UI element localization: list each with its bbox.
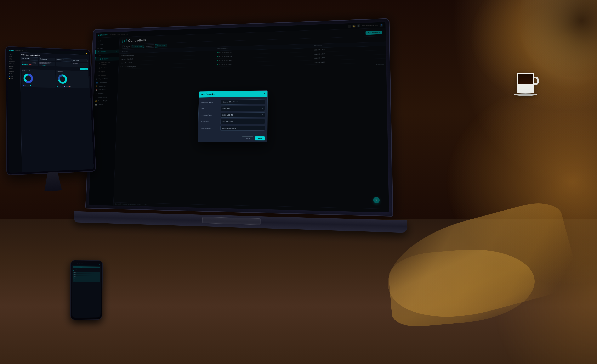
badge-unlock-2: Unlock bbox=[42, 64, 45, 65]
form-row-ip: IP Address bbox=[201, 119, 265, 124]
phone-topbar: borealis New_Demo_UK ☰ bbox=[72, 262, 101, 266]
cup-handle bbox=[534, 77, 539, 85]
tablet-credentials-chart: Credentials in System Used credentials A… bbox=[22, 69, 56, 88]
hub-input-wrapper: ✕ bbox=[220, 106, 265, 111]
modal-close-button[interactable]: × bbox=[263, 92, 265, 95]
tablet-add-controller-btn[interactable]: + Add Controller bbox=[80, 68, 88, 70]
phone-breadcrumb: New_Demo_UK bbox=[77, 264, 98, 265]
field-label-mac: MAC Address bbox=[201, 127, 219, 129]
modal-footer: Cancel Save bbox=[198, 135, 267, 142]
credentials-legend: Used credentials Available credentials bbox=[23, 85, 55, 87]
modal-overlay[interactable]: Add Controller × Controller Name Hub bbox=[89, 22, 389, 213]
phone-active-item[interactable]: Communication Channels bbox=[73, 266, 100, 268]
form-row-mac: MAC Address bbox=[201, 126, 265, 130]
tablet-card-car-park[interactable]: Car Park Exit bbox=[21, 57, 38, 61]
phone-menu-icon[interactable]: ☰ bbox=[99, 264, 100, 265]
phone-body: borealis New_Demo_UK ☰ Communication Cha… bbox=[71, 260, 103, 320]
tablet-ui: borealis System: New_Demo_UK ☾ 🔔 ⌂ Home … bbox=[8, 48, 94, 173]
phone-content: Communication Channels Reception Hubs Hu… bbox=[72, 265, 101, 317]
modal-title: Add Controller bbox=[201, 93, 215, 96]
tablet: borealis System: New_Demo_UK ☾ 🔔 ⌂ Home … bbox=[5, 46, 96, 175]
phone-list-item[interactable]: Hub 3 bbox=[73, 276, 100, 278]
card-statuses-donut-chart bbox=[57, 73, 68, 85]
tablet-body: borealis System: New_Demo_UK ☾ 🔔 ⌂ Home … bbox=[5, 46, 96, 175]
phone-ui: borealis New_Demo_UK ☰ Communication Cha… bbox=[72, 262, 101, 318]
controller-card-4[interactable]: Site: West Main bbox=[72, 63, 88, 67]
phone-screen: borealis New_Demo_UK ☰ Communication Cha… bbox=[72, 262, 101, 318]
cancel-button[interactable]: Cancel bbox=[242, 136, 253, 140]
badge-edit: Edit bbox=[22, 64, 25, 65]
field-label-hub: Hub bbox=[201, 108, 219, 110]
tablet-body-content: ⌂ Home ◈ Sites ⬡ Hubs ⚙ Hardware ⊟ Chann… bbox=[8, 52, 94, 173]
phone-list-item[interactable]: Hub 4 bbox=[73, 278, 100, 280]
laptop: BOREALIS ⊞ System: New_Demo_UK ☾ 🔔 🛒 bor… bbox=[84, 18, 410, 258]
tablet-card-main-office[interactable]: Main Office bbox=[72, 59, 88, 62]
tablet-main: Welcome to Borealis! Car Park Exit Manuf… bbox=[20, 53, 94, 172]
controller-type-input[interactable] bbox=[220, 112, 265, 117]
laptop-screen: BOREALIS ⊞ System: New_Demo_UK ☾ 🔔 🛒 bor… bbox=[89, 22, 389, 213]
add-controller-modal: Add Controller × Controller Name Hub bbox=[198, 90, 268, 142]
coffee-cup bbox=[517, 73, 537, 96]
ip-address-input[interactable] bbox=[220, 119, 265, 124]
tablet-sidebar: ⌂ Home ◈ Sites ⬡ Hubs ⚙ Hardware ⊟ Chann… bbox=[8, 52, 22, 173]
tablet-screen: borealis System: New_Demo_UK ☾ 🔔 ⌂ Home … bbox=[8, 48, 94, 173]
controller-name-input[interactable] bbox=[221, 99, 265, 104]
tablet-charts: Credentials in System Used credentials A… bbox=[22, 69, 89, 88]
badge-edit-2: Edit bbox=[39, 64, 42, 65]
phone-list-item[interactable]: Hub 5 bbox=[73, 280, 100, 282]
credentials-donut-chart bbox=[22, 73, 34, 84]
form-row-hub: Hub ✕ bbox=[201, 106, 265, 111]
form-row-type: Controller Type ✕ bbox=[201, 112, 265, 118]
cup-saucer bbox=[514, 93, 537, 96]
field-label-ip: IP Address bbox=[201, 121, 219, 123]
tablet-card-reception[interactable]: Front Reception bbox=[55, 58, 71, 62]
controller-card-3[interactable]: Site: West Main bbox=[55, 62, 72, 67]
hub-clear-icon[interactable]: ✕ bbox=[262, 107, 264, 109]
controller-card-2[interactable]: Site: West Main Street NFC Hub: West Mai… bbox=[39, 61, 55, 66]
phone: borealis New_Demo_UK ☰ Communication Cha… bbox=[71, 260, 103, 320]
phone-logo: borealis bbox=[73, 263, 77, 264]
badge-unlock: Unlock bbox=[25, 64, 28, 65]
modal-header: Add Controller × bbox=[199, 90, 268, 97]
tablet-bell-icon: 🔔 bbox=[86, 53, 87, 54]
field-label-name: Controller Name bbox=[201, 101, 219, 103]
phone-list-item[interactable]: Hub 1 bbox=[73, 272, 100, 274]
tablet-nav-credentials[interactable]: 🔑 Creds bbox=[8, 77, 20, 80]
hub-input[interactable] bbox=[220, 106, 265, 111]
type-clear-icon[interactable]: ✕ bbox=[262, 114, 263, 116]
tablet-card-statuses-chart: Card Statuses Active Inactive bbox=[56, 70, 89, 88]
laptop-bezel: BOREALIS ⊞ System: New_Demo_UK ☾ 🔔 🛒 bor… bbox=[85, 18, 393, 216]
form-row-name: Controller Name bbox=[201, 99, 265, 105]
type-input-wrapper: ✕ bbox=[220, 112, 265, 117]
laptop-trackpad[interactable] bbox=[202, 217, 260, 225]
tablet-logo: borealis bbox=[9, 50, 14, 51]
save-button[interactable]: Save bbox=[255, 136, 265, 140]
phone-section-reception: Reception bbox=[73, 269, 100, 270]
badge-lock: Lock bbox=[29, 64, 31, 65]
field-label-type: Controller Type bbox=[201, 114, 219, 116]
modal-body: Controller Name Hub ✕ bbox=[198, 97, 267, 135]
cup-body bbox=[517, 73, 534, 93]
card-statuses-legend: Active Inactive Replacement Lost bbox=[57, 86, 88, 87]
app-ui: BOREALIS ⊞ System: New_Demo_UK ☾ 🔔 🛒 bor… bbox=[89, 22, 389, 213]
cup-liquid bbox=[518, 74, 533, 84]
phone-items-list: Hub 1Hub 2Hub 3Hub 4Hub 5 bbox=[73, 272, 100, 282]
mac-address-input[interactable] bbox=[220, 126, 265, 130]
tablet-card-manufacturing[interactable]: Manufacturing bbox=[39, 57, 55, 61]
phone-section-hubs: Hubs bbox=[73, 270, 100, 271]
phone-list-item[interactable]: Hub 2 bbox=[73, 274, 100, 276]
tablet-moon-icon: ☾ bbox=[84, 53, 85, 54]
controller-card-1[interactable]: Site: West Main Street NFC Hub: West Mai… bbox=[22, 61, 38, 66]
